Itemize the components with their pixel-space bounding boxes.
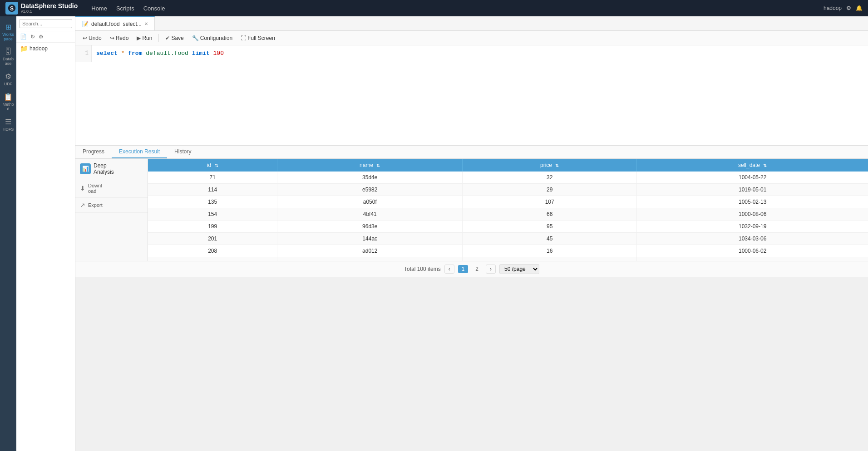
cell-name-4: 96d3e bbox=[277, 221, 463, 233]
tab-food-select[interactable]: 📝 default.food_select... ✕ bbox=[75, 16, 155, 30]
toolbar: ↩ Undo ↪ Redo ▶ Run ✔ Save 🔧 Configurati… bbox=[75, 31, 868, 45]
save-label: Save bbox=[171, 35, 183, 41]
redo-icon: ↪ bbox=[110, 35, 114, 41]
results-panel: Progress Execution Result History 📊 Deep… bbox=[75, 145, 868, 277]
cell-price-5: 45 bbox=[463, 233, 637, 245]
page-1-btn[interactable]: 1 bbox=[458, 265, 469, 273]
undo-label: Undo bbox=[89, 35, 102, 41]
cell-name-6: ad012 bbox=[277, 245, 463, 257]
workspace-label: Works pace bbox=[2, 32, 14, 41]
nav-console[interactable]: Console bbox=[143, 5, 165, 12]
results-main: 📊 DeepAnalysis ⬇ Download ↗ Export bbox=[75, 159, 868, 261]
udf-icon: ⚙ bbox=[5, 72, 11, 81]
top-nav: S DataSphere Studio v1.0.1 Home Scripts … bbox=[0, 0, 868, 16]
sidebar-item-method[interactable]: 📋 Metho d bbox=[1, 90, 15, 114]
cell-id-3: 154 bbox=[148, 208, 277, 221]
next-page-btn[interactable]: › bbox=[486, 265, 496, 274]
col-header-price[interactable]: price ⇅ bbox=[463, 159, 637, 172]
prev-page-btn[interactable]: ‹ bbox=[444, 265, 454, 274]
settings-icon[interactable]: ⚙ bbox=[846, 5, 851, 11]
page-2-btn[interactable]: 2 bbox=[472, 265, 482, 273]
redo-label: Redo bbox=[116, 35, 129, 41]
nav-scripts[interactable]: Scripts bbox=[116, 5, 134, 12]
cell-price-7: 11 bbox=[463, 257, 637, 261]
sidebar-item-workspace[interactable]: ⊞ Works pace bbox=[1, 20, 15, 44]
save-btn[interactable]: ✔ Save bbox=[162, 34, 187, 43]
results-tabs: Progress Execution Result History bbox=[75, 146, 868, 159]
cell-sell_date-1: 1019-05-01 bbox=[637, 184, 868, 196]
export-item[interactable]: ↗ Export bbox=[75, 198, 148, 213]
settings-btn[interactable]: ⚙ bbox=[38, 33, 44, 41]
bell-icon[interactable]: 🔔 bbox=[856, 5, 863, 11]
file-tree-item-hadoop[interactable]: 📁 hadoop bbox=[16, 43, 75, 54]
col-header-sell-date[interactable]: sell_date ⇅ bbox=[637, 159, 868, 172]
export-label: Export bbox=[88, 202, 103, 208]
tab-close-btn[interactable]: ✕ bbox=[144, 21, 148, 26]
toolbar-separator bbox=[158, 34, 159, 42]
method-label: Metho d bbox=[2, 102, 14, 111]
tab-icon: 📝 bbox=[82, 21, 89, 27]
cell-sell_date-4: 1032-09-19 bbox=[637, 221, 868, 233]
app-version: v1.0.1 bbox=[21, 9, 78, 14]
results-table-wrapper[interactable]: id ⇅ name ⇅ price ⇅ bbox=[148, 159, 868, 261]
new-file-btn[interactable]: 📄 bbox=[19, 33, 28, 41]
col-header-id[interactable]: id ⇅ bbox=[148, 159, 277, 172]
table-header-row: id ⇅ name ⇅ price ⇅ bbox=[148, 159, 868, 172]
cell-price-6: 16 bbox=[463, 245, 637, 257]
total-items-label: Total 100 items bbox=[404, 266, 441, 272]
configuration-btn[interactable]: 🔧 Configuration bbox=[188, 34, 236, 43]
line-numbers: 1 bbox=[75, 45, 92, 62]
cell-id-7: 337 bbox=[148, 257, 277, 261]
main-layout: ⊞ Works pace 🗄 Datab ase ⚙ UDF 📋 Metho d… bbox=[0, 16, 868, 451]
table-row: 19996d3e951032-09-19 bbox=[148, 221, 868, 233]
logo-text: DataSphere Studio v1.0.1 bbox=[21, 3, 78, 14]
undo-btn[interactable]: ↩ Undo bbox=[79, 34, 105, 43]
cell-id-1: 114 bbox=[148, 184, 277, 196]
cell-id-2: 135 bbox=[148, 196, 277, 208]
col-id-label: id bbox=[207, 162, 211, 168]
sidebar-item-database[interactable]: 🗄 Datab ase bbox=[1, 45, 15, 69]
hdfs-label: HDFS bbox=[3, 127, 14, 132]
sort-name-icon: ⇅ bbox=[376, 163, 380, 168]
cell-sell_date-6: 1000-06-02 bbox=[637, 245, 868, 257]
cell-sell_date-2: 1005-02-13 bbox=[637, 196, 868, 208]
redo-btn[interactable]: ↪ Redo bbox=[106, 34, 133, 43]
udf-label: UDF bbox=[4, 82, 13, 86]
code-area[interactable]: select * from default.food limit 100 bbox=[92, 45, 228, 62]
run-btn[interactable]: ▶ Run bbox=[133, 34, 156, 43]
download-label: Download bbox=[88, 183, 102, 194]
page-size-select[interactable]: 50 /page 100 /page 200 /page bbox=[499, 264, 539, 274]
col-header-name[interactable]: name ⇅ bbox=[277, 159, 463, 172]
cell-id-6: 208 bbox=[148, 245, 277, 257]
tab-history[interactable]: History bbox=[167, 146, 198, 158]
cell-sell_date-5: 1034-03-06 bbox=[637, 233, 868, 245]
cell-sell_date-3: 1000-08-06 bbox=[637, 208, 868, 221]
cell-sell_date-7: 1002-09-06 bbox=[637, 257, 868, 261]
sidebar-item-hdfs[interactable]: ☰ HDFS bbox=[1, 115, 15, 134]
cell-name-2: a050f bbox=[277, 196, 463, 208]
file-sidebar-search bbox=[16, 16, 75, 31]
editor-area[interactable]: 1 select * from default.food limit 100 bbox=[75, 45, 868, 145]
nav-home[interactable]: Home bbox=[91, 5, 107, 12]
cell-price-0: 32 bbox=[463, 172, 637, 184]
tab-progress[interactable]: Progress bbox=[75, 146, 112, 158]
download-item[interactable]: ⬇ Download bbox=[75, 179, 148, 198]
refresh-btn[interactable]: ↻ bbox=[30, 33, 36, 41]
cell-id-0: 71 bbox=[148, 172, 277, 184]
config-label: Configuration bbox=[200, 35, 232, 41]
left-sidebar: ⊞ Works pace 🗄 Datab ase ⚙ UDF 📋 Metho d… bbox=[0, 16, 16, 451]
fullscreen-btn[interactable]: ⛶ Full Screen bbox=[237, 34, 279, 43]
left-panel-items: ⬇ Download ↗ Export bbox=[75, 179, 148, 213]
search-input[interactable] bbox=[19, 19, 72, 28]
main-content: 📝 default.food_select... ✕ ↩ Undo ↪ Redo… bbox=[75, 16, 868, 451]
save-icon: ✔ bbox=[165, 35, 170, 41]
deep-analysis-icon: 📊 bbox=[80, 163, 91, 174]
col-name-label: name bbox=[360, 162, 373, 168]
cell-sell_date-0: 1004-05-22 bbox=[637, 172, 868, 184]
deep-analysis-label: DeepAnalysis bbox=[94, 162, 114, 175]
tab-execution-result[interactable]: Execution Result bbox=[112, 146, 167, 158]
database-label: Datab ase bbox=[3, 57, 14, 66]
sidebar-item-udf[interactable]: ⚙ UDF bbox=[1, 69, 15, 89]
method-icon: 📋 bbox=[4, 93, 13, 101]
undo-icon: ↩ bbox=[83, 35, 87, 41]
